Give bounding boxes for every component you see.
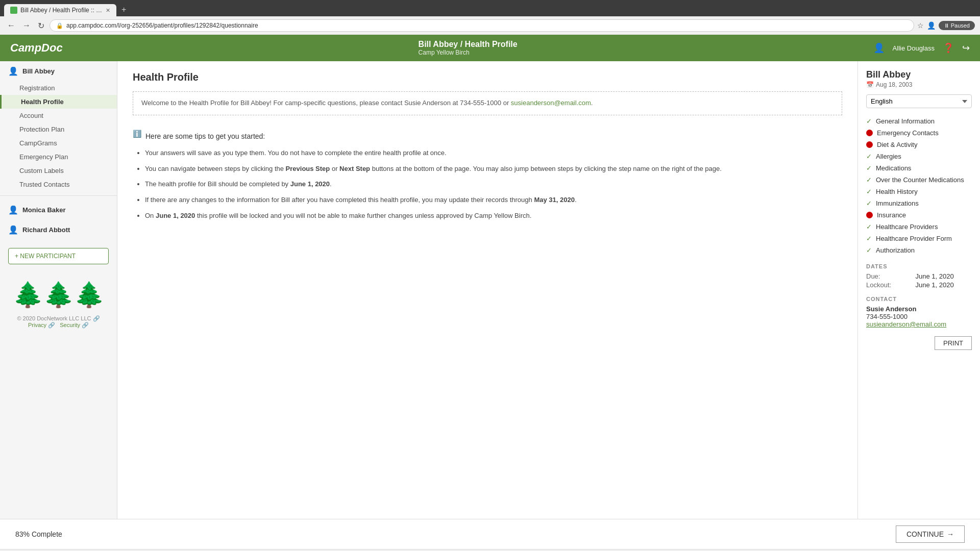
tips-header: ℹ️ Here are some tips to get you started… bbox=[133, 130, 842, 143]
check-complete-icon-4: ✓ bbox=[866, 176, 872, 184]
sidebar-item-registration[interactable]: Registration bbox=[0, 81, 117, 95]
check-incomplete-icon-3 bbox=[866, 212, 873, 218]
rs-contact-phone: 734-555-1000 bbox=[866, 313, 972, 320]
tree-logo-icon: 🌲🌲🌲 bbox=[8, 283, 109, 307]
checklist-item-immunizations[interactable]: ✓ Immunizations bbox=[866, 197, 972, 209]
checklist-item-otc-medications[interactable]: ✓ Over the Counter Medications bbox=[866, 174, 972, 186]
continue-arrow-icon: → bbox=[947, 530, 954, 538]
checklist-item-authorization[interactable]: ✓ Authorization bbox=[866, 244, 972, 256]
checklist-item-medications[interactable]: ✓ Medications bbox=[866, 162, 972, 174]
checklist-label-diet-activity: Diet & Activity bbox=[877, 141, 917, 148]
rs-dates-label: DATES bbox=[866, 263, 972, 269]
sidebar-participant-monica-baker[interactable]: 👤 Monica Baker bbox=[0, 200, 117, 220]
checklist-item-allergies[interactable]: ✓ Allergies bbox=[866, 151, 972, 162]
rs-lockout-label: Lockout: bbox=[866, 281, 909, 289]
check-complete-icon-5: ✓ bbox=[866, 188, 872, 195]
bookmark-icon[interactable]: ☆ bbox=[917, 21, 924, 30]
rs-due-value: June 1, 2020 bbox=[915, 272, 972, 280]
new-participant-button[interactable]: + NEW PARTICIPANT bbox=[8, 248, 109, 264]
check-complete-icon-7: ✓ bbox=[866, 223, 872, 231]
security-link[interactable]: Security bbox=[60, 322, 80, 328]
app-logo: CampDoc bbox=[10, 41, 63, 55]
lock-icon: 🔒 bbox=[56, 22, 63, 29]
back-button[interactable]: ← bbox=[5, 20, 17, 31]
language-select[interactable]: English Spanish French bbox=[866, 94, 972, 108]
rs-lockout-value: June 1, 2020 bbox=[915, 281, 972, 289]
sidebar-item-campgrams[interactable]: CampGrams bbox=[0, 136, 117, 150]
tips-header-text: Here are some tips to get you started: bbox=[145, 132, 265, 140]
app-header-title: Bill Abbey / Health Profile Camp Yellow … bbox=[419, 40, 518, 56]
tips-box: ℹ️ Here are some tips to get you started… bbox=[133, 123, 842, 233]
favicon-icon bbox=[10, 7, 17, 14]
checklist-label-otc-medications: Over the Counter Medications bbox=[876, 176, 964, 184]
rs-contact-label: CONTACT bbox=[866, 296, 972, 302]
checklist-item-healthcare-provider-form[interactable]: ✓ Healthcare Provider Form bbox=[866, 233, 972, 244]
app-header: CampDoc Bill Abbey / Health Profile Camp… bbox=[0, 35, 980, 61]
browser-actions: ☆ 👤 ⏸ Paused bbox=[917, 21, 975, 30]
reload-button[interactable]: ↻ bbox=[36, 20, 46, 32]
rs-contact-name: Susie Anderson bbox=[866, 305, 972, 313]
header-username[interactable]: Allie Douglass bbox=[893, 44, 935, 52]
address-bar[interactable]: 🔒 app.campdoc.com/l/org-252656/patient/p… bbox=[50, 19, 914, 32]
checklist-item-general-information[interactable]: ✓ General Information bbox=[866, 115, 972, 127]
browser-tab-active[interactable]: Bill Abbey / Health Profile :: Cam... ✕ bbox=[4, 4, 116, 16]
url-text: app.campdoc.com/l/org-252656/patient/pro… bbox=[66, 22, 908, 29]
check-complete-icon: ✓ bbox=[866, 117, 872, 125]
sidebar-participant-bill-abbey[interactable]: 👤 Bill Abbey bbox=[0, 61, 117, 81]
check-complete-icon-3: ✓ bbox=[866, 164, 872, 172]
sidebar-item-protection-plan[interactable]: Protection Plan bbox=[0, 122, 117, 136]
continue-label: CONTINUE bbox=[906, 530, 944, 538]
checklist-label-insurance: Insurance bbox=[877, 211, 906, 219]
checklist-item-insurance[interactable]: Insurance bbox=[866, 209, 972, 221]
copyright-text: © 2020 DocNetwork LLC bbox=[17, 315, 79, 321]
header-sub-title: Camp Yellow Birch bbox=[419, 49, 518, 56]
new-tab-button[interactable]: + bbox=[117, 3, 130, 16]
profile-icon[interactable]: 👤 bbox=[927, 21, 936, 30]
app-header-right: 👤 Allie Douglass ❓ ↪ bbox=[873, 42, 970, 54]
sidebar: 👤 Bill Abbey Registration Health Profile… bbox=[0, 61, 117, 519]
tab-close-button[interactable]: ✕ bbox=[106, 7, 110, 14]
sidebar-logo-area: 🌲🌲🌲 bbox=[0, 272, 117, 311]
browser-chrome: Bill Abbey / Health Profile :: Cam... ✕ … bbox=[0, 0, 980, 16]
logout-icon[interactable]: ↪ bbox=[962, 42, 970, 54]
sidebar-item-custom-labels[interactable]: Custom Labels bbox=[0, 164, 117, 178]
continue-button[interactable]: CONTINUE → bbox=[896, 525, 965, 543]
sidebar-item-emergency-plan[interactable]: Emergency Plan bbox=[0, 150, 117, 164]
checklist-item-health-history[interactable]: ✓ Health History bbox=[866, 186, 972, 197]
tip-item-2: You can navigate between steps by clicki… bbox=[145, 164, 842, 174]
paused-button[interactable]: ⏸ Paused bbox=[939, 21, 975, 30]
checklist-item-emergency-contacts[interactable]: Emergency Contacts bbox=[866, 127, 972, 139]
checklist-item-healthcare-providers[interactable]: ✓ Healthcare Providers bbox=[866, 221, 972, 233]
participant-name-bill: Bill Abbey bbox=[22, 67, 55, 75]
checklist-label-healthcare-providers: Healthcare Providers bbox=[876, 223, 938, 231]
rs-contact-email[interactable]: susieanderson@email.com bbox=[866, 320, 972, 328]
checklist-item-diet-activity[interactable]: Diet & Activity bbox=[866, 139, 972, 151]
sidebar-item-health-profile[interactable]: Health Profile bbox=[0, 95, 117, 109]
check-complete-icon-9: ✓ bbox=[866, 246, 872, 254]
app-body: 👤 Bill Abbey Registration Health Profile… bbox=[0, 61, 980, 519]
info-circle-icon: ℹ️ bbox=[133, 130, 141, 138]
footer-bar: 83% Complete CONTINUE → bbox=[0, 519, 980, 549]
rs-dates-grid: Due: June 1, 2020 Lockout: June 1, 2020 bbox=[866, 272, 972, 289]
sidebar-item-trusted-contacts[interactable]: Trusted Contacts bbox=[0, 178, 117, 191]
browser-controls: ← → ↻ 🔒 app.campdoc.com/l/org-252656/pat… bbox=[0, 16, 980, 35]
privacy-link[interactable]: Privacy bbox=[28, 322, 46, 328]
sidebar-divider-1 bbox=[0, 195, 117, 196]
participant-icon-bill: 👤 bbox=[8, 66, 18, 76]
help-icon[interactable]: ❓ bbox=[943, 42, 954, 54]
tip-item-5: On June 1, 2020 this profile will be loc… bbox=[145, 211, 842, 221]
intro-email-link[interactable]: susieanderson@email.com bbox=[511, 99, 591, 107]
checklist-label-medications: Medications bbox=[876, 164, 911, 172]
tip-item-3: The health profile for Bill should be co… bbox=[145, 179, 842, 190]
sidebar-item-account[interactable]: Account bbox=[0, 109, 117, 122]
tip-item-4: If there are any changes to the informat… bbox=[145, 195, 842, 206]
tab-title: Bill Abbey / Health Profile :: Cam... bbox=[20, 7, 103, 14]
participant-name-monica: Monica Baker bbox=[22, 206, 66, 214]
page-title: Health Profile bbox=[133, 71, 842, 83]
sidebar-footer: © 2020 DocNetwork LLC LLC 🔗 Privacy 🔗 Se… bbox=[0, 311, 117, 333]
sidebar-participant-richard-abbott[interactable]: 👤 Richard Abbott bbox=[0, 220, 117, 240]
print-button[interactable]: PRINT bbox=[935, 336, 972, 350]
check-incomplete-icon-2 bbox=[866, 141, 873, 148]
checklist-label-authorization: Authorization bbox=[876, 246, 915, 254]
forward-button[interactable]: → bbox=[20, 20, 33, 31]
